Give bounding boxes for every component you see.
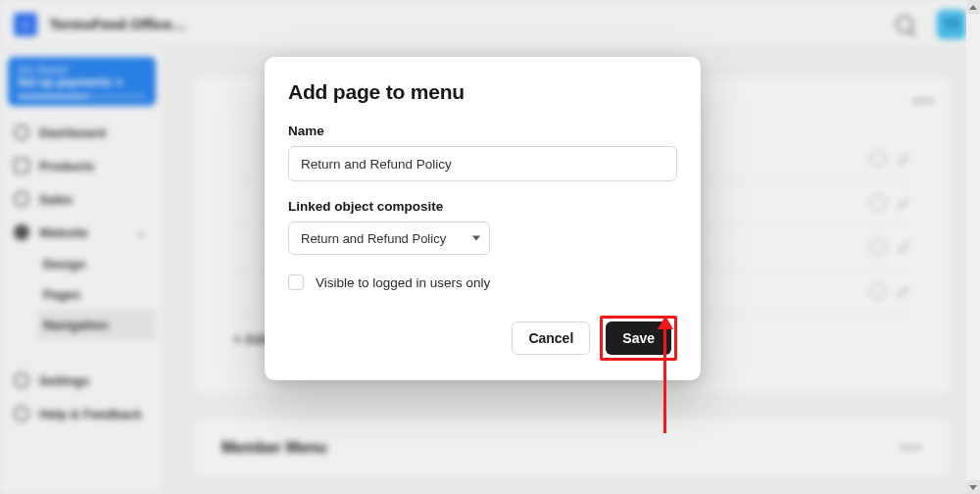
linked-object-value: Return and Refund Policy bbox=[301, 231, 446, 246]
chevron-down-icon bbox=[472, 236, 480, 241]
cancel-button[interactable]: Cancel bbox=[512, 321, 590, 355]
annotation-arrow bbox=[663, 327, 666, 433]
name-input[interactable] bbox=[288, 146, 677, 181]
modal-title: Add page to menu bbox=[288, 80, 677, 104]
visible-logged-in-checkbox[interactable] bbox=[288, 274, 304, 290]
add-page-to-menu-modal: Add page to menu Name Linked object comp… bbox=[265, 57, 701, 380]
linked-object-label: Linked object composite bbox=[288, 199, 677, 214]
visible-logged-in-label: Visible to logged in users only bbox=[316, 275, 490, 290]
linked-object-select[interactable]: Return and Refund Policy bbox=[288, 222, 490, 255]
browser-scrollbar[interactable] bbox=[966, 0, 980, 494]
scroll-down-icon[interactable] bbox=[966, 480, 980, 494]
name-label: Name bbox=[288, 124, 677, 138]
scroll-up-icon[interactable] bbox=[966, 0, 980, 14]
